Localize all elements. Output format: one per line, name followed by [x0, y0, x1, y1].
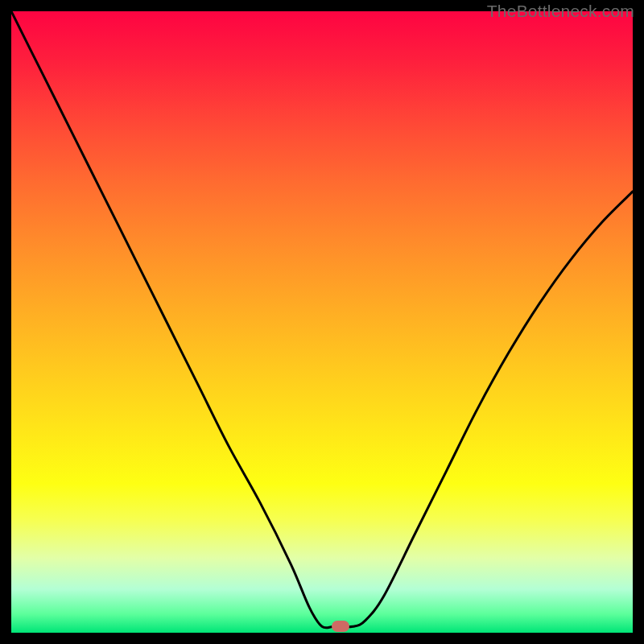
- watermark-text: TheBottleneck.com: [487, 2, 634, 21]
- optimal-point-marker: [332, 621, 349, 632]
- bottleneck-curve: [11, 11, 633, 633]
- chart-frame: TheBottleneck.com: [0, 0, 644, 644]
- plot-area: [11, 11, 633, 633]
